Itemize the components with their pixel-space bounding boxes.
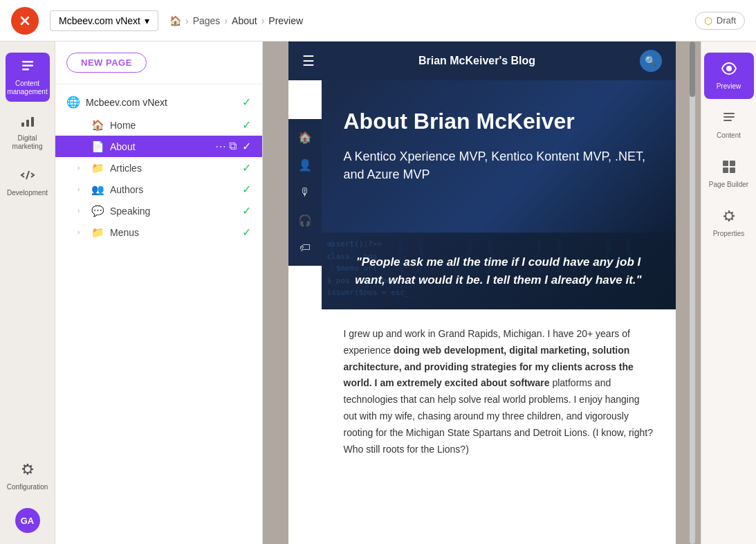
nav-item-development[interactable]: Development [6, 162, 50, 203]
svg-rect-2 [22, 65, 33, 67]
blog-body: I grew up and work in Grand Rapids, Mich… [322, 309, 676, 474]
search-icon: 🔍 [645, 55, 656, 66]
blog-search-button[interactable]: 🔍 [640, 50, 662, 72]
sidebar-tree: 🌐 Mcbeev.com vNext ✓ 🏠 Home ⧉ ✓ 📄 About [55, 84, 262, 544]
breadcrumb: 🏠 › Pages › About › Preview [169, 15, 684, 26]
svg-rect-4 [21, 123, 24, 127]
right-panel-item-properties[interactable]: Properties [704, 200, 754, 246]
user-avatar[interactable]: GA [15, 508, 40, 533]
breadcrumb-preview[interactable]: Preview [268, 15, 303, 26]
tree-item-check-menus: ✓ [242, 226, 251, 239]
blog-body-text2: platforms and technologies that can help… [344, 377, 653, 454]
right-panel-item-preview[interactable]: Preview [704, 53, 754, 99]
draft-label: Draft [717, 15, 736, 26]
svg-line-7 [26, 171, 29, 179]
blog-home-icon[interactable]: 🏠 [291, 125, 319, 149]
chevron-icon: › [77, 228, 86, 236]
breadcrumb-about[interactable]: About [232, 15, 257, 26]
preview-frame: ☰ Brian McKeiver's Blog 🔍 🏠 👤 🎙 🎧 🏷 [288, 42, 676, 544]
blog-hero-heading: About Brian McKeiver [344, 108, 654, 134]
tree-item-about[interactable]: 📄 About ⋯ ⧉ ✓ [55, 136, 262, 157]
svg-rect-6 [31, 117, 34, 127]
preview-area: ☰ Brian McKeiver's Blog 🔍 🏠 👤 🎙 🎧 🏷 [263, 42, 701, 544]
properties-icon [721, 208, 737, 227]
development-icon [20, 167, 35, 186]
copy-icon[interactable]: ⧉ [229, 205, 237, 217]
svg-rect-5 [26, 120, 29, 127]
articles-tree-icon: 📁 [91, 162, 104, 174]
blog-headphones-icon[interactable]: 🎧 [291, 208, 319, 233]
tree-item-label-speaking: Speaking [110, 206, 223, 217]
blog-hero-subtext: A Kentico Xperience MVP, Kentico Kontent… [344, 148, 654, 183]
menus-tree-icon: 📁 [91, 226, 104, 239]
tree-item-articles[interactable]: › 📁 Articles ⧉ ✓ [55, 157, 262, 179]
tree-item-label-menus: Menus [110, 227, 223, 238]
content-management-icon [20, 58, 35, 77]
blog-user-icon[interactable]: 👤 [291, 152, 319, 177]
tree-item-authors[interactable]: › 👥 Authors ⧉ ✓ [55, 179, 262, 200]
tree-item-menus[interactable]: › 📁 Menus ⧉ ✓ [55, 221, 262, 243]
blog-mic-icon[interactable]: 🎙 [291, 180, 319, 205]
svg-rect-15 [730, 167, 735, 173]
digital-marketing-icon [20, 113, 35, 132]
tree-item-check-speaking: ✓ [242, 204, 251, 217]
page-builder-icon [721, 159, 737, 178]
configuration-icon [20, 462, 35, 480]
svg-rect-14 [723, 167, 728, 173]
scrollbar[interactable] [690, 42, 695, 544]
nav-item-configuration[interactable]: Configuration [6, 456, 50, 497]
main-layout: Content management Digital marketing Dev… [0, 42, 756, 544]
tree-item-label-authors: Authors [110, 184, 223, 195]
chevron-down-icon: ▾ [145, 15, 149, 26]
tree-item-speaking[interactable]: › 💬 Speaking ⧉ ✓ [55, 200, 262, 221]
right-panel-item-page-builder[interactable]: Page Builder [704, 151, 754, 197]
tree-item-check-home: ✓ [242, 118, 251, 132]
home-tree-icon: 🏠 [91, 119, 104, 132]
svg-rect-10 [723, 116, 735, 118]
home-icon[interactable]: 🏠 [169, 15, 181, 26]
svg-point-8 [726, 66, 732, 71]
rp-label-content: Content [717, 132, 741, 140]
breadcrumb-pages[interactable]: Pages [193, 15, 221, 26]
nav-label-development: Development [7, 189, 48, 197]
speaking-tree-icon: 💬 [91, 205, 104, 217]
nav-item-content-management[interactable]: Content management [6, 53, 50, 102]
copy-icon[interactable]: ⧉ [229, 119, 237, 132]
draft-badge[interactable]: ⬡ Draft [695, 12, 745, 30]
blog-sidebar-icons: 🏠 👤 🎙 🎧 🏷 [288, 119, 322, 266]
tree-item-check-articles: ✓ [242, 161, 251, 174]
tree-root-check: ✓ [242, 96, 251, 109]
more-icon[interactable]: ⋯ [215, 140, 226, 153]
new-page-button[interactable]: NEW PAGE [66, 53, 147, 73]
preview-scroll: ☰ Brian McKeiver's Blog 🔍 🏠 👤 🎙 🎧 🏷 [263, 42, 701, 544]
tree-item-home[interactable]: 🏠 Home ⧉ ✓ [55, 114, 262, 136]
blog-quote: assert();?>> class _pos $menu_url $_pos … [322, 233, 676, 309]
copy-icon[interactable]: ⧉ [229, 226, 237, 239]
copy-icon[interactable]: ⧉ [229, 140, 237, 153]
tree-item-check-about: ✓ [242, 140, 251, 153]
site-name: Mcbeev.com vNext [59, 15, 140, 26]
draft-icon: ⬡ [704, 15, 712, 26]
svg-rect-11 [723, 120, 732, 121]
tree-item-label-about: About [110, 141, 210, 152]
nav-label-configuration: Configuration [7, 483, 48, 491]
nav-item-digital-marketing[interactable]: Digital marketing [6, 107, 50, 156]
copy-icon[interactable]: ⧉ [229, 183, 237, 196]
svg-rect-13 [730, 161, 735, 166]
blog-title: Brian McKeiver's Blog [418, 55, 535, 67]
blog-tag-icon[interactable]: 🏷 [291, 235, 319, 260]
blog-menu-icon[interactable]: ☰ [302, 53, 315, 69]
tree-root-label: Mcbeev.com vNext [86, 97, 237, 108]
chevron-icon: › [77, 185, 86, 193]
site-selector[interactable]: Mcbeev.com vNext ▾ [50, 10, 158, 31]
topbar: Mcbeev.com vNext ▾ 🏠 › Pages › About › P… [0, 0, 756, 42]
authors-tree-icon: 👥 [91, 183, 104, 196]
rp-label-properties: Properties [713, 230, 745, 238]
content-icon [721, 110, 737, 129]
tree-root-item[interactable]: 🌐 Mcbeev.com vNext ✓ [55, 90, 262, 114]
copy-icon[interactable]: ⧉ [229, 162, 237, 174]
chevron-icon: › [77, 164, 86, 172]
svg-rect-12 [723, 161, 728, 166]
app-logo[interactable] [11, 7, 39, 35]
right-panel-item-content[interactable]: Content [704, 102, 754, 148]
